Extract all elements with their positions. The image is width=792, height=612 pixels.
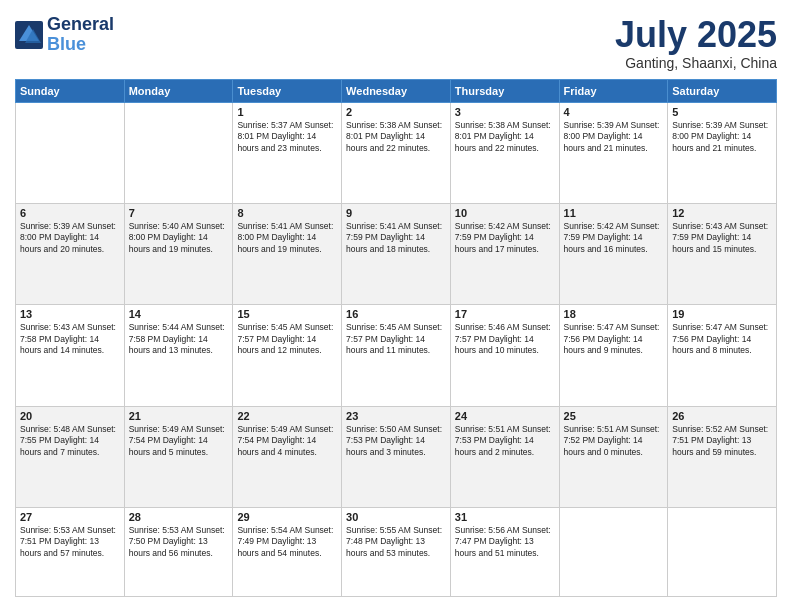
- col-friday: Friday: [559, 79, 668, 102]
- cell-info: Sunrise: 5:38 AM Sunset: 8:01 PM Dayligh…: [346, 120, 446, 154]
- calendar-cell: 5Sunrise: 5:39 AM Sunset: 8:00 PM Daylig…: [668, 102, 777, 203]
- calendar-cell: 12Sunrise: 5:43 AM Sunset: 7:59 PM Dayli…: [668, 203, 777, 304]
- calendar-cell: 16Sunrise: 5:45 AM Sunset: 7:57 PM Dayli…: [342, 305, 451, 406]
- header-row: Sunday Monday Tuesday Wednesday Thursday…: [16, 79, 777, 102]
- col-monday: Monday: [124, 79, 233, 102]
- calendar-cell: 19Sunrise: 5:47 AM Sunset: 7:56 PM Dayli…: [668, 305, 777, 406]
- cell-info: Sunrise: 5:51 AM Sunset: 7:52 PM Dayligh…: [564, 424, 664, 458]
- day-number: 24: [455, 410, 555, 422]
- calendar-cell: [16, 102, 125, 203]
- day-number: 28: [129, 511, 229, 523]
- cell-info: Sunrise: 5:39 AM Sunset: 8:00 PM Dayligh…: [564, 120, 664, 154]
- calendar-cell: 25Sunrise: 5:51 AM Sunset: 7:52 PM Dayli…: [559, 406, 668, 507]
- calendar-week-3: 20Sunrise: 5:48 AM Sunset: 7:55 PM Dayli…: [16, 406, 777, 507]
- day-number: 18: [564, 308, 664, 320]
- cell-info: Sunrise: 5:50 AM Sunset: 7:53 PM Dayligh…: [346, 424, 446, 458]
- cell-info: Sunrise: 5:49 AM Sunset: 7:54 PM Dayligh…: [237, 424, 337, 458]
- col-tuesday: Tuesday: [233, 79, 342, 102]
- calendar-cell: 22Sunrise: 5:49 AM Sunset: 7:54 PM Dayli…: [233, 406, 342, 507]
- calendar-cell: 29Sunrise: 5:54 AM Sunset: 7:49 PM Dayli…: [233, 507, 342, 596]
- calendar-cell: 1Sunrise: 5:37 AM Sunset: 8:01 PM Daylig…: [233, 102, 342, 203]
- cell-info: Sunrise: 5:56 AM Sunset: 7:47 PM Dayligh…: [455, 525, 555, 559]
- logo-text: General Blue: [47, 15, 114, 55]
- day-number: 27: [20, 511, 120, 523]
- calendar-week-4: 27Sunrise: 5:53 AM Sunset: 7:51 PM Dayli…: [16, 507, 777, 596]
- cell-info: Sunrise: 5:43 AM Sunset: 7:59 PM Dayligh…: [672, 221, 772, 255]
- calendar-week-1: 6Sunrise: 5:39 AM Sunset: 8:00 PM Daylig…: [16, 203, 777, 304]
- calendar-table: Sunday Monday Tuesday Wednesday Thursday…: [15, 79, 777, 597]
- calendar-cell: 3Sunrise: 5:38 AM Sunset: 8:01 PM Daylig…: [450, 102, 559, 203]
- logo-line2: Blue: [47, 34, 86, 54]
- cell-info: Sunrise: 5:44 AM Sunset: 7:58 PM Dayligh…: [129, 322, 229, 356]
- cell-info: Sunrise: 5:53 AM Sunset: 7:51 PM Dayligh…: [20, 525, 120, 559]
- day-number: 10: [455, 207, 555, 219]
- calendar-cell: 28Sunrise: 5:53 AM Sunset: 7:50 PM Dayli…: [124, 507, 233, 596]
- day-number: 16: [346, 308, 446, 320]
- logo: General Blue: [15, 15, 114, 55]
- cell-info: Sunrise: 5:45 AM Sunset: 7:57 PM Dayligh…: [346, 322, 446, 356]
- header: General Blue July 2025 Ganting, Shaanxi,…: [15, 15, 777, 71]
- day-number: 14: [129, 308, 229, 320]
- cell-info: Sunrise: 5:41 AM Sunset: 8:00 PM Dayligh…: [237, 221, 337, 255]
- page: General Blue July 2025 Ganting, Shaanxi,…: [0, 0, 792, 612]
- day-number: 22: [237, 410, 337, 422]
- calendar-cell: 15Sunrise: 5:45 AM Sunset: 7:57 PM Dayli…: [233, 305, 342, 406]
- cell-info: Sunrise: 5:42 AM Sunset: 7:59 PM Dayligh…: [564, 221, 664, 255]
- col-thursday: Thursday: [450, 79, 559, 102]
- month-title: July 2025: [615, 15, 777, 55]
- cell-info: Sunrise: 5:41 AM Sunset: 7:59 PM Dayligh…: [346, 221, 446, 255]
- day-number: 26: [672, 410, 772, 422]
- day-number: 2: [346, 106, 446, 118]
- day-number: 9: [346, 207, 446, 219]
- col-sunday: Sunday: [16, 79, 125, 102]
- cell-info: Sunrise: 5:42 AM Sunset: 7:59 PM Dayligh…: [455, 221, 555, 255]
- cell-info: Sunrise: 5:48 AM Sunset: 7:55 PM Dayligh…: [20, 424, 120, 458]
- cell-info: Sunrise: 5:52 AM Sunset: 7:51 PM Dayligh…: [672, 424, 772, 458]
- calendar-cell: 24Sunrise: 5:51 AM Sunset: 7:53 PM Dayli…: [450, 406, 559, 507]
- calendar-cell: 21Sunrise: 5:49 AM Sunset: 7:54 PM Dayli…: [124, 406, 233, 507]
- cell-info: Sunrise: 5:45 AM Sunset: 7:57 PM Dayligh…: [237, 322, 337, 356]
- calendar-week-2: 13Sunrise: 5:43 AM Sunset: 7:58 PM Dayli…: [16, 305, 777, 406]
- day-number: 3: [455, 106, 555, 118]
- calendar-cell: 6Sunrise: 5:39 AM Sunset: 8:00 PM Daylig…: [16, 203, 125, 304]
- cell-info: Sunrise: 5:46 AM Sunset: 7:57 PM Dayligh…: [455, 322, 555, 356]
- cell-info: Sunrise: 5:49 AM Sunset: 7:54 PM Dayligh…: [129, 424, 229, 458]
- logo-icon: [15, 21, 43, 49]
- calendar-cell: 14Sunrise: 5:44 AM Sunset: 7:58 PM Dayli…: [124, 305, 233, 406]
- cell-info: Sunrise: 5:55 AM Sunset: 7:48 PM Dayligh…: [346, 525, 446, 559]
- logo-line1: General: [47, 15, 114, 35]
- day-number: 15: [237, 308, 337, 320]
- day-number: 30: [346, 511, 446, 523]
- calendar-cell: 2Sunrise: 5:38 AM Sunset: 8:01 PM Daylig…: [342, 102, 451, 203]
- day-number: 17: [455, 308, 555, 320]
- day-number: 5: [672, 106, 772, 118]
- cell-info: Sunrise: 5:54 AM Sunset: 7:49 PM Dayligh…: [237, 525, 337, 559]
- day-number: 11: [564, 207, 664, 219]
- title-block: July 2025 Ganting, Shaanxi, China: [615, 15, 777, 71]
- calendar-cell: 23Sunrise: 5:50 AM Sunset: 7:53 PM Dayli…: [342, 406, 451, 507]
- calendar-cell: 10Sunrise: 5:42 AM Sunset: 7:59 PM Dayli…: [450, 203, 559, 304]
- day-number: 12: [672, 207, 772, 219]
- day-number: 23: [346, 410, 446, 422]
- cell-info: Sunrise: 5:53 AM Sunset: 7:50 PM Dayligh…: [129, 525, 229, 559]
- day-number: 21: [129, 410, 229, 422]
- calendar-cell: 20Sunrise: 5:48 AM Sunset: 7:55 PM Dayli…: [16, 406, 125, 507]
- cell-info: Sunrise: 5:43 AM Sunset: 7:58 PM Dayligh…: [20, 322, 120, 356]
- calendar-cell: 11Sunrise: 5:42 AM Sunset: 7:59 PM Dayli…: [559, 203, 668, 304]
- day-number: 20: [20, 410, 120, 422]
- cell-info: Sunrise: 5:39 AM Sunset: 8:00 PM Dayligh…: [20, 221, 120, 255]
- col-saturday: Saturday: [668, 79, 777, 102]
- calendar-cell: 26Sunrise: 5:52 AM Sunset: 7:51 PM Dayli…: [668, 406, 777, 507]
- calendar-cell: [668, 507, 777, 596]
- calendar-cell: 18Sunrise: 5:47 AM Sunset: 7:56 PM Dayli…: [559, 305, 668, 406]
- day-number: 6: [20, 207, 120, 219]
- calendar-week-0: 1Sunrise: 5:37 AM Sunset: 8:01 PM Daylig…: [16, 102, 777, 203]
- col-wednesday: Wednesday: [342, 79, 451, 102]
- day-number: 25: [564, 410, 664, 422]
- day-number: 1: [237, 106, 337, 118]
- day-number: 19: [672, 308, 772, 320]
- cell-info: Sunrise: 5:38 AM Sunset: 8:01 PM Dayligh…: [455, 120, 555, 154]
- calendar-cell: 31Sunrise: 5:56 AM Sunset: 7:47 PM Dayli…: [450, 507, 559, 596]
- calendar-cell: 4Sunrise: 5:39 AM Sunset: 8:00 PM Daylig…: [559, 102, 668, 203]
- calendar-cell: 30Sunrise: 5:55 AM Sunset: 7:48 PM Dayli…: [342, 507, 451, 596]
